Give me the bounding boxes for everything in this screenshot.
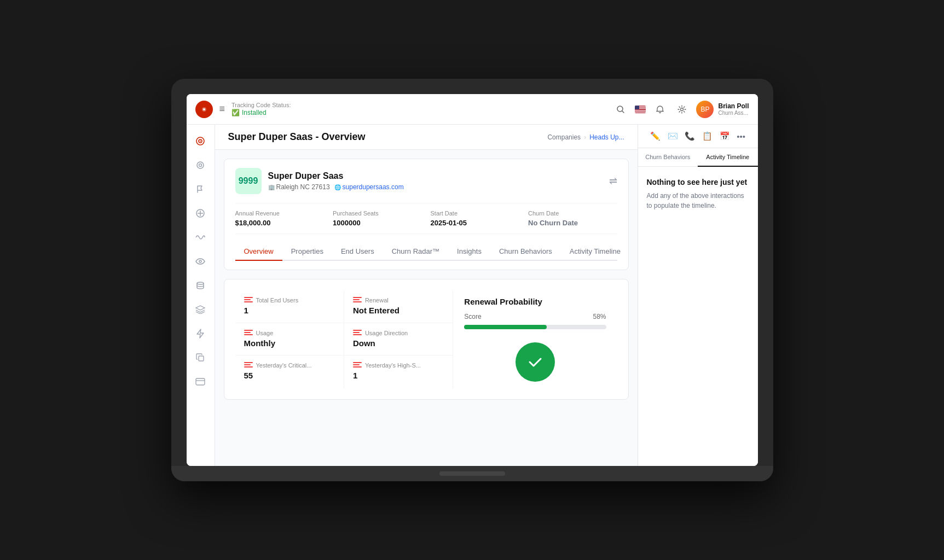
renewal-probability-section: Renewal Probability Score 58% — [453, 290, 617, 388]
empty-state-title: Nothing to see here just yet — [647, 178, 749, 186]
annual-revenue-label: Annual Revenue — [235, 210, 325, 217]
stat-purchased-seats: Purchased Seats 1000000 — [333, 210, 422, 227]
content-area: Super Duper Saas - Overview Companies › … — [215, 125, 638, 466]
breadcrumb-companies[interactable]: Companies — [547, 133, 581, 141]
right-panel-tabs: Churn Behaviors Activity Timeline — [638, 148, 758, 167]
company-meta: 🏢 Raleigh NC 27613 🌐 superdupersaas.com — [268, 183, 603, 191]
purchased-seats-label: Purchased Seats — [333, 210, 422, 217]
edit-icon[interactable]: ✏️ — [650, 131, 661, 141]
progress-fill — [464, 325, 546, 329]
tab-properties[interactable]: Properties — [282, 243, 332, 261]
company-card: 9999 Super Duper Saas 🏢 Raleigh NC 27613 — [224, 159, 629, 270]
app-logo — [195, 101, 213, 118]
settings-icon[interactable] — [674, 102, 690, 117]
globe-icon: 🌐 — [334, 184, 341, 190]
metric-header-renewal: Renewal — [353, 297, 444, 304]
sidebar-item-bolt[interactable] — [190, 324, 210, 343]
sidebar-item-wave[interactable] — [190, 228, 210, 247]
page-title: Super Duper Saas - Overview — [228, 131, 366, 143]
score-value: 58% — [593, 313, 606, 320]
svg-point-2 — [203, 108, 205, 110]
score-row: Score 58% — [464, 313, 606, 320]
svg-point-8 — [200, 141, 201, 142]
sidebar-item-eye[interactable] — [190, 252, 210, 271]
sidebar-item-home[interactable] — [190, 131, 210, 151]
renewal-probability-title: Renewal Probability — [464, 297, 606, 306]
tab-churn-behaviors[interactable]: Churn Behaviors — [490, 243, 561, 261]
usage-direction-label: Usage Direction — [365, 330, 408, 336]
sidebar-item-database[interactable] — [190, 276, 210, 295]
metric-usage: Usage Monthly — [235, 323, 344, 356]
phone-icon[interactable]: 📞 — [685, 131, 695, 141]
stat-churn-date: Churn Date No Churn Date — [528, 210, 617, 227]
tab-documents[interactable]: Documents — [629, 243, 638, 261]
metric-header-usage: Usage — [244, 330, 335, 336]
tracking-label: Tracking Code Status: — [231, 102, 291, 108]
list-icon[interactable]: 📋 — [702, 131, 713, 141]
company-stats: Annual Revenue $18,000.00 Purchased Seat… — [235, 203, 617, 234]
right-panel-tab-churn-behaviors[interactable]: Churn Behaviors — [638, 148, 698, 167]
breadcrumb: Companies › Heads Up... — [547, 133, 624, 141]
stat-annual-revenue: Annual Revenue $18,000.00 — [235, 210, 325, 227]
svg-point-10 — [199, 164, 202, 167]
churn-date-label: Churn Date — [528, 210, 617, 217]
metric-header-high: Yesterday's High-S... — [353, 362, 444, 369]
user-info: Brian Poll Churn Ass... — [718, 102, 749, 116]
tab-insights[interactable]: Insights — [448, 243, 490, 261]
metric-usage-direction: Usage Direction Down — [344, 323, 453, 356]
search-icon[interactable] — [613, 102, 628, 117]
tab-end-users[interactable]: End Users — [332, 243, 383, 261]
topbar: ≡ Tracking Code Status: ✅ Installed — [187, 94, 758, 125]
tracking-status: Tracking Code Status: ✅ Installed — [231, 102, 291, 116]
tab-churn-radar[interactable]: Churn Radar™ — [383, 243, 448, 261]
company-website[interactable]: superdupersaas.com — [343, 183, 404, 191]
user-section[interactable]: BP Brian Poll Churn Ass... — [696, 101, 749, 118]
sidebar — [187, 125, 215, 466]
company-location: Raleigh NC 27613 — [276, 183, 330, 191]
tab-overview[interactable]: Overview — [235, 243, 282, 261]
metric-icon-critical — [244, 362, 253, 369]
calendar-icon[interactable]: 📅 — [720, 131, 730, 141]
metric-icon-renewal — [353, 297, 362, 304]
hamburger-menu[interactable]: ≡ — [219, 103, 225, 115]
overview-left-column: Total End Users 1 — [235, 290, 344, 388]
yesterdays-high-label: Yesterday's High-S... — [365, 362, 421, 369]
company-name: Super Duper Saas — [268, 171, 603, 181]
notifications-icon[interactable] — [652, 102, 668, 117]
avatar: BP — [696, 101, 714, 118]
renewal-value: Not Entered — [353, 306, 444, 315]
company-info: Super Duper Saas 🏢 Raleigh NC 27613 🌐 su… — [268, 171, 603, 191]
topbar-right: BP Brian Poll Churn Ass... — [613, 101, 749, 118]
laptop-base — [171, 466, 773, 481]
more-icon[interactable]: ••• — [737, 132, 745, 141]
overview-section: Total End Users 1 — [224, 279, 629, 400]
sidebar-item-copy[interactable] — [190, 348, 210, 368]
right-panel-tab-activity-timeline[interactable]: Activity Timeline — [698, 148, 758, 167]
yesterdays-critical-value: 55 — [244, 371, 335, 380]
breadcrumb-current[interactable]: Heads Up... — [589, 133, 624, 141]
yesterdays-critical-label: Yesterday's Critical... — [256, 362, 312, 369]
transfer-icon[interactable]: ⇌ — [609, 175, 617, 187]
overview-grid: Total End Users 1 — [235, 290, 617, 388]
email-icon[interactable]: ✉️ — [668, 131, 678, 141]
breadcrumb-separator: › — [584, 133, 586, 141]
sidebar-item-flag[interactable] — [190, 179, 210, 199]
metric-total-end-users: Total End Users 1 — [235, 290, 344, 323]
purchased-seats-value: 1000000 — [333, 219, 422, 227]
checkmark-circle — [516, 342, 555, 382]
usage-label: Usage — [256, 330, 274, 336]
svg-point-15 — [197, 282, 204, 284]
metric-header-critical: Yesterday's Critical... — [244, 362, 335, 369]
sidebar-item-settings[interactable] — [190, 155, 210, 175]
sidebar-item-layers[interactable] — [190, 300, 210, 319]
total-end-users-label: Total End Users — [256, 297, 299, 304]
building-icon: 🏢 — [268, 184, 275, 190]
svg-point-14 — [199, 260, 201, 262]
tab-activity-timeline[interactable]: Activity Timeline — [561, 243, 629, 261]
sidebar-item-card[interactable] — [190, 372, 210, 392]
churn-date-value: No Churn Date — [528, 219, 617, 227]
sidebar-item-circle[interactable] — [190, 203, 210, 223]
usage-direction-value: Down — [353, 339, 444, 348]
language-flag-icon[interactable] — [635, 106, 646, 113]
page-header: Super Duper Saas - Overview Companies › … — [215, 125, 638, 150]
